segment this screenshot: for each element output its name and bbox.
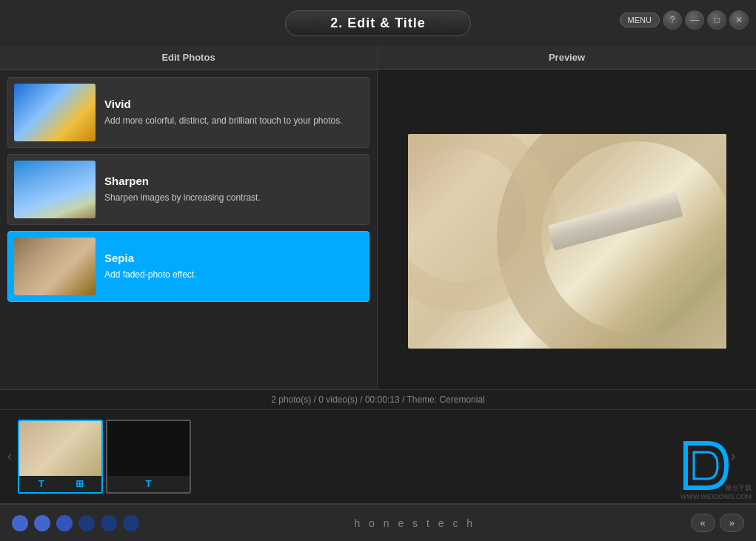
- thumb-2-image: [107, 421, 190, 478]
- step-dot-2[interactable]: [34, 515, 50, 531]
- preview-header: Preview: [378, 46, 756, 70]
- sepia-info: Sepia Add faded-photo effect.: [104, 252, 363, 281]
- effects-list: Vivid Add more colorful, distinct, and b…: [0, 70, 377, 416]
- vivid-name: Vivid: [104, 98, 363, 110]
- thumb-2-footer: T: [107, 476, 190, 492]
- menu-button[interactable]: MENU: [620, 13, 660, 27]
- strip-next-arrow[interactable]: ›: [728, 448, 738, 464]
- nav-prev-button[interactable]: «: [691, 514, 715, 532]
- preview-image: [408, 134, 726, 349]
- thumb-2-text-icon[interactable]: T: [142, 477, 155, 491]
- vivid-info: Vivid Add more colorful, distinct, and b…: [104, 98, 363, 127]
- thumb-1-footer: T ⊞: [19, 476, 101, 492]
- sharpen-info: Sharpen Sharpen images by increasing con…: [104, 175, 363, 204]
- nav-next-button[interactable]: »: [720, 514, 744, 532]
- footer-brand: h o n e s t e c h: [151, 517, 679, 529]
- vivid-thumbnail: [14, 84, 96, 141]
- thumb-1-image: [19, 421, 101, 478]
- footer-dots: [0, 515, 151, 531]
- step-dot-4[interactable]: [78, 515, 95, 531]
- edit-photos-header: Edit Photos: [0, 46, 377, 70]
- preview-area: [378, 70, 756, 413]
- footer-nav: « »: [679, 514, 756, 532]
- strip-info: 2 photo(s) / 0 video(s) / 00:00:13 / The…: [0, 390, 756, 410]
- help-button[interactable]: ?: [663, 10, 682, 30]
- bottom-strip: 2 photo(s) / 0 video(s) / 00:00:13 / The…: [0, 389, 756, 504]
- minimize-button[interactable]: —: [685, 10, 704, 30]
- thumb-1-expand-icon[interactable]: ⊞: [73, 477, 86, 491]
- title-bar: 2. Edit & Title MENU ? — □ ✕: [0, 0, 756, 46]
- sharpen-desc: Sharpen images by increasing contrast.: [104, 192, 363, 204]
- sharpen-name: Sharpen: [104, 175, 363, 187]
- sharpen-thumbnail: [14, 161, 96, 218]
- thumb-1-text-icon[interactable]: T: [35, 477, 48, 491]
- vivid-desc: Add more colorful, distinct, and brillia…: [104, 115, 363, 127]
- sepia-thumbnail: [14, 238, 96, 295]
- watermark-line1: 微当下载: [725, 483, 752, 493]
- maximize-button[interactable]: □: [707, 10, 726, 30]
- effect-vivid[interactable]: Vivid Add more colorful, distinct, and b…: [7, 77, 369, 148]
- strip-thumb-1[interactable]: T ⊞: [18, 420, 103, 494]
- watermark-line2: WWW.WEIDOWS.COM: [680, 493, 752, 500]
- step-dot-5[interactable]: [101, 515, 117, 531]
- sepia-desc: Add faded-photo effect.: [104, 269, 363, 281]
- step-dot-1[interactable]: [12, 515, 28, 531]
- sepia-name: Sepia: [104, 252, 363, 264]
- strip-thumb-2[interactable]: T: [106, 420, 191, 494]
- strip-content: ‹ T ⊞ T ›: [0, 410, 756, 503]
- step-dot-6[interactable]: [123, 515, 139, 531]
- strip-prev-arrow[interactable]: ‹: [4, 448, 15, 464]
- effect-sepia[interactable]: Sepia Add faded-photo effect.: [7, 231, 369, 302]
- close-button[interactable]: ✕: [729, 10, 749, 30]
- effect-sharpen[interactable]: Sharpen Sharpen images by increasing con…: [7, 154, 369, 225]
- window-title: 2. Edit & Title: [285, 10, 471, 36]
- window-controls: MENU ? — □ ✕: [620, 10, 749, 30]
- footer-bar: h o n e s t e c h « »: [0, 504, 756, 541]
- watermark: 微当下载 WWW.WEIDOWS.COM: [680, 483, 752, 500]
- step-dot-3[interactable]: [56, 515, 73, 531]
